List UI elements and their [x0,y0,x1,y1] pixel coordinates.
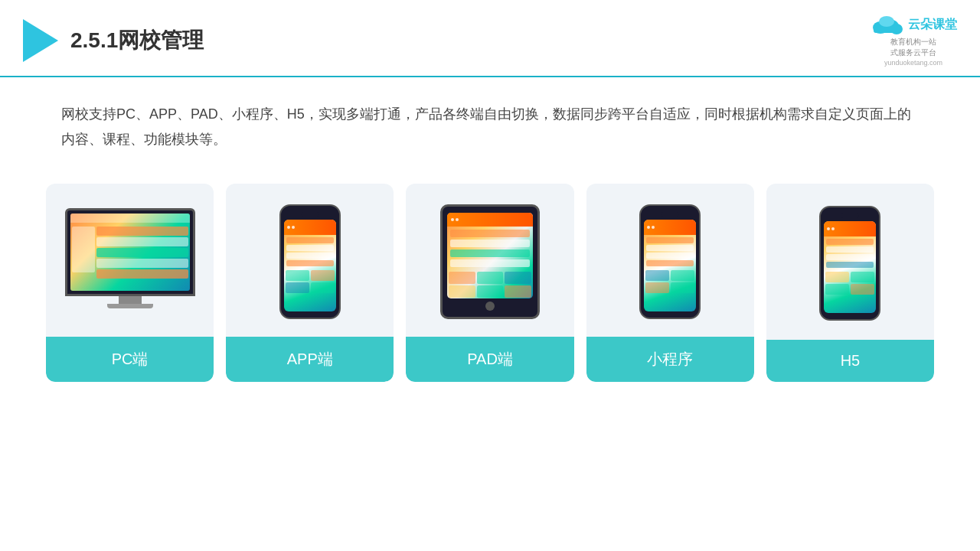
app-phone-mockup [279,204,341,319]
cloud-icon [870,14,903,35]
app-label: APP端 [226,337,394,382]
pc-card-image [46,184,214,337]
description-text: 网校支持PC、APP、PAD、小程序、H5，实现多端打通，产品各终端自由切换，数… [0,77,980,168]
mini-phone-mockup [639,204,701,319]
app-card-image [226,184,394,337]
h5-phone-mockup [819,206,880,321]
header-right: 云朵课堂 教育机构一站 式服务云平台 yunduoketang.com [870,14,957,67]
h5-label: H5 [766,340,934,382]
mini-card-image [586,184,754,337]
svg-rect-3 [874,28,901,33]
svg-point-4 [879,16,894,27]
page-title: 2.5.1网校管理 [70,26,204,55]
pc-mockup [65,208,195,315]
platform-cards: PC端 [0,168,980,405]
pad-card-image [406,184,573,337]
logo-triangle-icon [23,19,58,62]
brand-name: 云朵课堂 [908,17,957,33]
pad-tablet-mockup [440,204,540,319]
pad-label: PAD端 [406,337,573,382]
brand-url: yunduoketang.com [884,59,942,67]
page-header: 2.5.1网校管理 云朵课堂 教育机构一站 式服务云平台 yunduoketan… [0,0,980,77]
app-card: APP端 [226,184,394,382]
pc-label: PC端 [46,337,214,382]
mini-label: 小程序 [586,337,754,382]
h5-card: H5 [766,184,934,382]
brand-logo: 云朵课堂 [870,14,957,35]
pad-card: PAD端 [406,184,573,382]
header-left: 2.5.1网校管理 [23,19,204,62]
pc-card: PC端 [46,184,214,382]
mini-card: 小程序 [586,184,754,382]
brand-subtitle: 教育机构一站 式服务云平台 [890,37,936,58]
h5-card-image [766,184,934,340]
description-paragraph: 网校支持PC、APP、PAD、小程序、H5，实现多端打通，产品各终端自由切换，数… [61,102,919,153]
